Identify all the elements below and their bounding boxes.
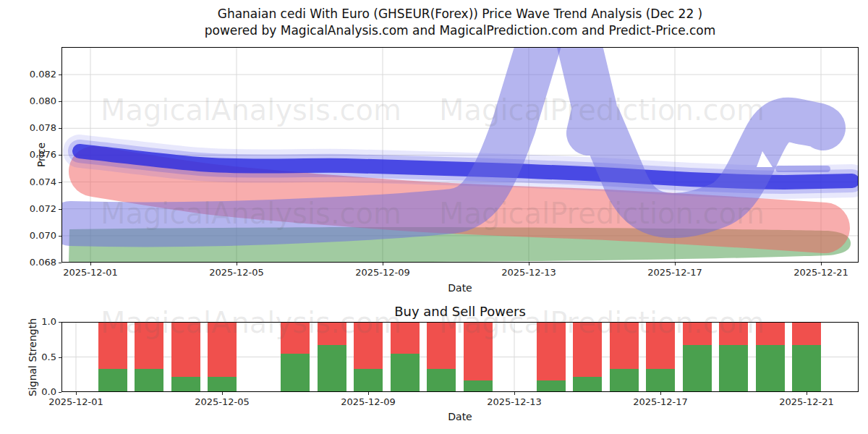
y-tick-label: 0.078 [20, 122, 56, 133]
x-tick-mark [514, 392, 515, 395]
x-tick-mark [675, 263, 676, 265]
y-tick-label: 0.074 [20, 176, 56, 187]
x-tick-mark [368, 392, 369, 395]
sell-bar-segment [281, 322, 310, 354]
figure-subtitle: powered by MagicalAnalysis.com and Magic… [61, 23, 859, 38]
sell-bar-segment [208, 322, 237, 377]
y-tick-label: 0.080 [20, 95, 56, 106]
buy-bar-segment [537, 380, 566, 392]
figure-canvas: Ghanaian cedi With Euro (GHSEUR(Forex)) … [0, 0, 868, 434]
price-wave-plot-area [61, 47, 859, 263]
x-tick-label: 2025-12-17 [626, 396, 695, 407]
buy-bar-segment [792, 345, 821, 392]
y-tick-label: 0.072 [20, 203, 56, 214]
y-tick-label: 0.082 [20, 69, 56, 80]
x-tick-label: 2025-12-21 [786, 267, 856, 278]
x-tick-label: 2025-12-09 [348, 267, 417, 278]
sell-bar-segment [719, 322, 748, 345]
y-tick-mark [59, 75, 61, 75]
buy-bar-segment [646, 369, 675, 392]
y-tick-label: 0.5 [20, 352, 56, 362]
sell-bar-segment [646, 322, 675, 369]
periwinkle-handle-bar [775, 166, 830, 172]
x-tick-mark [383, 263, 383, 265]
x-tick-mark [222, 392, 223, 395]
y-tick-label: 0.070 [20, 230, 56, 241]
sell-bar-segment [354, 322, 383, 369]
price-x-axis-label: Date [61, 282, 859, 294]
price-wave-chart [61, 47, 859, 263]
sell-bar-segment [427, 322, 456, 369]
x-tick-mark [660, 392, 661, 395]
buy-bar-segment [171, 377, 200, 392]
sell-bar-segment [610, 322, 639, 369]
y-tick-label: 0.068 [20, 257, 56, 268]
x-tick-label: 2025-12-05 [202, 267, 271, 278]
buy-bar-segment [610, 369, 639, 392]
x-tick-label: 2025-12-21 [772, 396, 841, 407]
y-tick-label: 0.0 [20, 386, 56, 397]
sell-bar-segment [537, 322, 566, 380]
sell-bar-segment [756, 322, 785, 345]
buy-bar-segment [98, 369, 127, 392]
sell-bar-segment [171, 322, 200, 377]
buy-bar-segment [756, 345, 785, 392]
y-tick-mark [59, 182, 61, 183]
y-tick-mark [59, 155, 61, 156]
y-tick-mark [59, 392, 61, 393]
sell-bar-segment [98, 322, 127, 369]
buy-bar-segment [354, 369, 383, 392]
buy-bar-segment [208, 377, 237, 392]
y-tick-mark [59, 128, 61, 129]
x-tick-label: 2025-12-01 [41, 396, 111, 407]
x-tick-label: 2025-12-09 [333, 396, 403, 407]
buy-bar-segment [683, 345, 712, 392]
power-x-axis-label: Date [61, 411, 859, 422]
y-tick-label: 1.0 [20, 316, 56, 327]
buy-bar-segment [719, 345, 748, 392]
y-tick-mark [59, 263, 61, 263]
buy-bar-segment [464, 380, 493, 392]
x-tick-label: 2025-12-01 [56, 267, 125, 278]
x-tick-mark [237, 263, 237, 265]
buy-bar-segment [318, 345, 346, 392]
x-tick-label: 2025-12-13 [480, 396, 549, 407]
y-tick-mark [59, 236, 61, 237]
x-tick-mark [821, 263, 822, 265]
x-tick-mark [529, 263, 529, 265]
sell-bar-segment [391, 322, 420, 354]
buy-bar-segment [573, 377, 602, 392]
y-tick-mark [59, 357, 61, 358]
sell-bar-segment [683, 322, 712, 345]
x-tick-label: 2025-12-13 [494, 267, 563, 278]
x-tick-mark [76, 392, 77, 395]
buy-bar-segment [281, 354, 310, 392]
power-chart-title: Buy and Sell Powers [61, 304, 859, 319]
y-tick-mark [59, 322, 61, 323]
buy-bar-segment [427, 369, 456, 392]
sell-bar-segment [135, 322, 163, 369]
buy-sell-power-chart [61, 322, 859, 392]
sell-bar-segment [464, 322, 493, 380]
y-tick-mark [59, 101, 61, 102]
sell-bar-segment [792, 322, 821, 345]
x-tick-label: 2025-12-17 [640, 267, 710, 278]
buy-bar-segment [135, 369, 163, 392]
sell-bar-segment [573, 322, 602, 377]
y-tick-mark [59, 209, 61, 210]
sell-bar-segment [318, 322, 346, 345]
buy-bar-segment [391, 354, 420, 392]
figure-title: Ghanaian cedi With Euro (GHSEUR(Forex)) … [61, 7, 859, 21]
x-tick-label: 2025-12-05 [187, 396, 257, 407]
x-tick-mark [807, 392, 807, 395]
x-tick-mark [90, 263, 91, 265]
y-tick-label: 0.076 [20, 149, 56, 160]
